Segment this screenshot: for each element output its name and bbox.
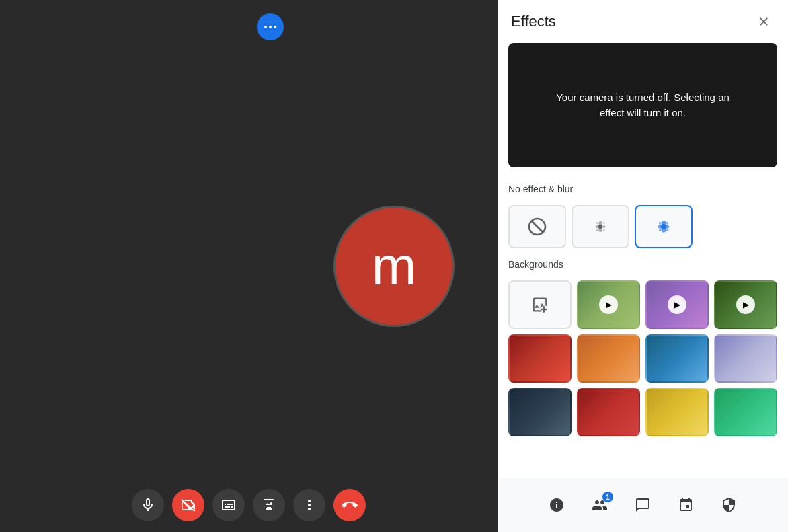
background-tile-11[interactable] [714,388,777,436]
svg-point-13 [661,224,666,229]
background-tile-4[interactable] [508,334,572,383]
people-badge: 1 [602,492,613,502]
camera-off-message: Your camera is turned off. Selecting an … [555,90,730,120]
background-tile-2[interactable]: ▶ [645,280,709,329]
add-background-tile[interactable] [508,280,572,329]
backgrounds-grid: ▶ ▶ ▶ [498,275,788,442]
effects-header: Effects [498,0,788,43]
svg-point-8 [603,229,605,231]
svg-point-15 [666,222,668,225]
svg-point-0 [598,221,602,225]
dot2 [269,26,272,28]
background-tile-5[interactable] [577,334,640,383]
background-tile-6[interactable] [645,334,709,383]
play-overlay-3: ▶ [736,295,755,314]
close-effects-button[interactable] [753,11,775,32]
play-overlay-1: ▶ [599,295,618,314]
no-effect-icon [526,216,548,237]
info-icon [549,497,565,513]
dot3 [274,26,276,28]
full-blur-icon [653,216,674,237]
no-effect-section-label: No effect & blur [498,178,788,200]
captions-button[interactable] [212,489,245,521]
microphone-button[interactable] [132,489,164,521]
chat-button[interactable] [628,490,658,520]
activities-button[interactable] [671,490,701,520]
present-icon [261,497,277,513]
mic-icon [140,497,156,513]
camera-button[interactable] [172,489,204,521]
svg-point-16 [659,229,662,231]
svg-point-2 [602,225,605,228]
add-image-icon [530,295,549,314]
hangup-button[interactable] [333,489,366,521]
right-controls-bar: 1 [498,478,788,532]
no-effect-tile[interactable] [508,205,566,248]
background-tile-3[interactable]: ▶ [714,280,777,329]
background-tile-10[interactable] [645,388,709,436]
hangup-icon [342,497,358,513]
effects-panel: Effects Your camera is turned off. Selec… [498,0,788,478]
effects-title: Effects [511,13,556,30]
slight-blur-tile[interactable] [572,205,629,248]
slight-blur-icon [590,216,611,237]
present-button[interactable] [253,489,285,521]
svg-point-17 [666,229,668,231]
captions-icon [221,497,237,513]
avatar: m [333,206,455,327]
avatar-letter: m [372,235,417,297]
meeting-info-button[interactable] [542,490,572,520]
shield-icon [721,497,737,513]
svg-point-4 [598,225,603,229]
background-tile-8[interactable] [508,388,572,436]
full-blur-tile[interactable] [635,205,693,248]
svg-point-14 [659,222,662,225]
background-tile-9[interactable] [577,388,640,436]
camera-preview: Your camera is turned off. Selecting an … [508,43,777,167]
people-button[interactable]: 1 [585,490,615,520]
participant-avatar-container: m [333,206,455,327]
background-tile-7[interactable] [714,334,777,383]
dot1 [264,26,267,28]
more-vert-button[interactable] [293,489,325,521]
play-overlay-2: ▶ [668,295,686,314]
more-vert-icon [301,497,317,513]
no-effect-grid [498,200,788,254]
activities-icon [678,497,694,513]
background-tile-1[interactable]: ▶ [577,280,640,329]
svg-point-7 [596,229,598,231]
svg-point-1 [596,225,598,228]
camera-off-icon [180,497,196,513]
svg-point-3 [598,229,602,232]
chat-icon [635,497,651,513]
svg-point-6 [603,222,605,224]
close-icon [757,15,771,28]
controls-bar [0,478,498,532]
more-options-floating-button[interactable] [257,13,284,40]
svg-point-5 [596,222,598,224]
backgrounds-section-label: Backgrounds [498,254,788,275]
safety-button[interactable] [714,490,744,520]
